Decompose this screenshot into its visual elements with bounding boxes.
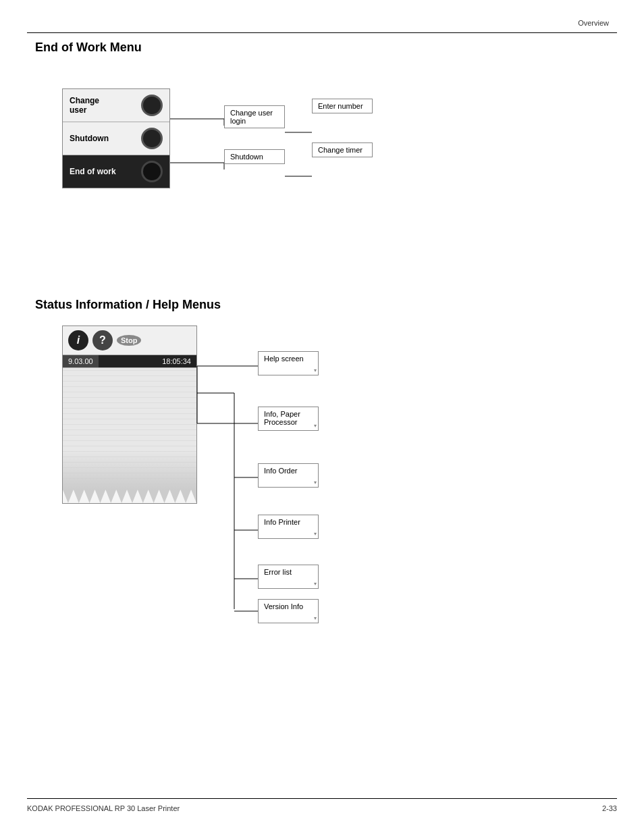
eow-label-change-user: Changeuser (70, 96, 134, 115)
status-submenu-label-info-printer: Info Printer (264, 518, 300, 526)
status-screen-time: 9.03.00 18:05:34 (63, 355, 196, 368)
eow-ui-panel: Changeuser Shutdown End of work (62, 88, 170, 188)
status-submenu-info-paper: Info, PaperProcessor ▾ (258, 407, 319, 431)
status-submenu-help-screen: Help screen ▾ (258, 351, 319, 375)
scroll-indicator-6: ▾ (314, 615, 317, 621)
footer-left: KODAK PROFESSIONAL RP 30 Laser Printer (27, 804, 180, 812)
eow-btn-shutdown[interactable] (141, 128, 163, 149)
eow-btn-change-user[interactable] (141, 95, 163, 116)
scroll-indicator-4: ▾ (314, 531, 317, 537)
version-right: 18:05:34 (99, 355, 196, 367)
status-title: Status Information / Help Menus (35, 298, 609, 312)
status-screen-top: i ? Stop (63, 326, 196, 355)
eow-submenu-enter-number: Enter number (312, 99, 373, 113)
help-icon: ? (92, 330, 113, 350)
header-label: Overview (578, 19, 609, 27)
main-content: End of Work Menu Changeuser Shutdown End… (35, 41, 609, 650)
eow-row-shutdown: Shutdown (63, 122, 169, 155)
eow-submenu-change-timer: Change timer (312, 142, 373, 157)
eow-diagram: Changeuser Shutdown End of work (62, 68, 609, 257)
info-icon: i (68, 330, 88, 350)
status-section: Status Information / Help Menus i ? Stop… (35, 298, 609, 650)
page-footer: KODAK PROFESSIONAL RP 30 Laser Printer 2… (27, 798, 617, 812)
status-submenu-info-order: Info Order ▾ (258, 463, 319, 488)
stop-icon: Stop (117, 335, 141, 346)
eow-submenu-change-user-login: Change userlogin (224, 105, 285, 128)
eow-btn-endofwork[interactable] (141, 161, 163, 182)
eow-row-endofwork: End of work (63, 155, 169, 188)
scroll-indicator-5: ▾ (314, 581, 317, 587)
status-submenu-label-info-order: Info Order (264, 467, 298, 475)
status-submenu-error-list: Error list ▾ (258, 565, 319, 589)
eow-submenu-label-change-timer: Change timer (318, 146, 363, 154)
footer-right: 2-33 (602, 804, 617, 812)
jagged-bottom (63, 490, 196, 503)
scroll-indicator-2: ▾ (314, 423, 317, 429)
status-diagram: i ? Stop 9.03.00 18:05:34 (62, 325, 609, 650)
eow-title: End of Work Menu (35, 41, 609, 55)
status-screen-body (63, 368, 196, 490)
eow-submenu-shutdown: Shutdown (224, 149, 285, 164)
top-rule (27, 32, 617, 33)
eow-submenu-label-shutdown: Shutdown (230, 153, 263, 161)
eow-label-endofwork: End of work (70, 167, 134, 176)
eow-submenu-label-enter-number: Enter number (318, 102, 363, 110)
status-submenu-info-printer: Info Printer ▾ (258, 515, 319, 539)
status-submenu-label-error-list: Error list (264, 568, 292, 576)
status-screen: i ? Stop 9.03.00 18:05:34 (62, 325, 197, 504)
scroll-indicator-1: ▾ (314, 367, 317, 373)
status-submenu-version-info: Version Info ▾ (258, 599, 319, 623)
status-submenu-label-info-paper: Info, PaperProcessor (264, 410, 300, 426)
status-submenu-label-help-screen: Help screen (264, 355, 304, 363)
eow-row-change-user: Changeuser (63, 89, 169, 122)
scroll-indicator-3: ▾ (314, 479, 317, 486)
eow-submenu-label-change-user-login: Change userlogin (230, 109, 273, 125)
eow-section: End of Work Menu Changeuser Shutdown End… (35, 41, 609, 257)
status-submenu-label-version-info: Version Info (264, 602, 303, 610)
eow-label-shutdown: Shutdown (70, 134, 134, 143)
version-left: 9.03.00 (63, 355, 99, 367)
page-header: Overview (578, 19, 609, 27)
